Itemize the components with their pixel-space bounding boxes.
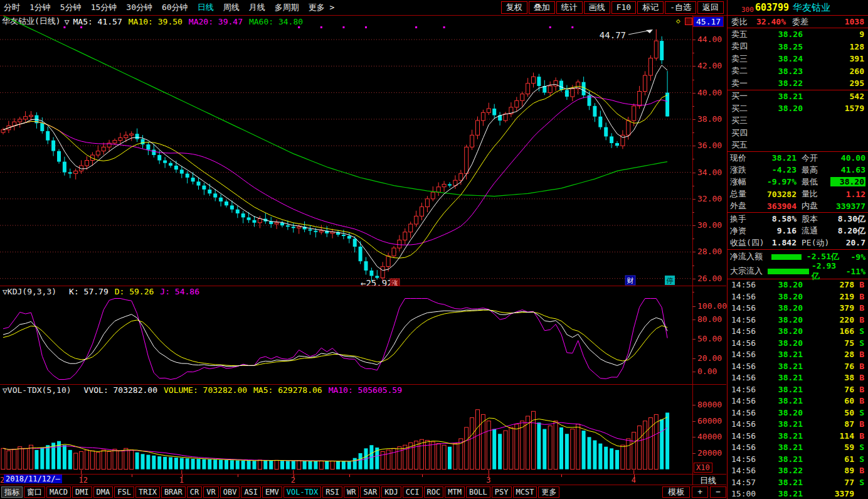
- period-tab-6[interactable]: 日线: [198, 2, 214, 13]
- indicator-tab-24[interactable]: 更多: [538, 486, 559, 498]
- indicator-tab-11[interactable]: ASI: [241, 486, 261, 498]
- price-tick-4: 36.00: [697, 141, 722, 150]
- bid-row-3[interactable]: 买四: [728, 127, 868, 139]
- tick-row-4: 14:5638.20166S: [728, 326, 868, 338]
- vol-values: VVOL: 703282.00VOLUME: 703282.00MA5: 629…: [78, 385, 408, 395]
- period-tab-7[interactable]: 周线: [223, 2, 240, 13]
- bid-row-0[interactable]: 买一38.21542: [728, 90, 868, 103]
- price-axis-max: 45.17: [693, 16, 724, 27]
- tick-row-14: 14:5638.2159S: [728, 442, 868, 454]
- period-tab-4[interactable]: 30分钟: [126, 2, 152, 13]
- bid-row-4[interactable]: 买五: [728, 139, 868, 152]
- info-row-6: 净资9.16流通8.20亿: [728, 225, 868, 237]
- indicator-tab-19[interactable]: ROC: [424, 486, 444, 498]
- toolbar-button-0[interactable]: 复权: [501, 1, 527, 14]
- indicator-tab-18[interactable]: CCI: [403, 486, 423, 498]
- ask-row-0[interactable]: 卖五38.269: [728, 28, 868, 41]
- tick-row-15: 14:5638.2161S: [728, 453, 868, 465]
- ask-row-3[interactable]: 卖二38.23260: [728, 65, 868, 78]
- indicator-tab-7[interactable]: BRAR: [161, 486, 186, 498]
- toolbar-button-1[interactable]: 叠加: [529, 1, 555, 14]
- kdj-label[interactable]: ▽KDJ(9,3,3): [3, 287, 56, 296]
- toolbar-button-6[interactable]: -自选: [665, 1, 696, 14]
- indicator-tab-6[interactable]: TRIX: [135, 486, 160, 498]
- indicator-tab-1[interactable]: 窗口: [24, 486, 45, 498]
- zoom-in-button[interactable]: +: [692, 486, 708, 498]
- vol-tick-0: 80000: [697, 400, 722, 409]
- kdj-header: ▽KDJ(9,3,3) K: 57.79D: 59.26J: 54.86: [3, 287, 212, 296]
- period-tab-3[interactable]: 15分钟: [91, 2, 117, 13]
- tick-row-13: 14:5638.21114B: [728, 430, 868, 442]
- indicator-tab-2[interactable]: MACD: [46, 486, 71, 498]
- period-tab-1[interactable]: 1分钟: [29, 2, 51, 13]
- tick-row-11: 14:5638.2050S: [728, 407, 868, 419]
- price-tick-9: 26.00: [697, 274, 722, 283]
- volume-bars: [1, 410, 669, 469]
- vol-label[interactable]: ▽VOL-TDX(5,10): [3, 385, 71, 395]
- indicator-tab-17[interactable]: KDJ: [381, 486, 401, 498]
- price-tick-3: 38.00: [697, 114, 722, 124]
- kdj-value-0: K: 57.79: [69, 287, 109, 296]
- vol-value-1: VOLUME: 703282.00: [164, 385, 247, 395]
- info-row-7: 收益(四)1.842PE(动)20.7: [728, 237, 868, 249]
- indicator-tab-22[interactable]: PSY: [492, 486, 512, 498]
- top-toolbar: 分时1分钟5分钟15分钟30分钟60分钟日线周线月线多周期更多 >复权叠加统计画…: [0, 0, 726, 15]
- price-tick-7: 30.00: [697, 220, 722, 230]
- tick-row-17: 14:5738.2177S: [728, 476, 868, 488]
- month-label-0: 12: [79, 476, 88, 485]
- template-button[interactable]: 模板: [662, 486, 690, 498]
- stock-name[interactable]: 华友钴业: [793, 2, 830, 14]
- toolbar-button-4[interactable]: F10: [611, 1, 636, 14]
- ask-row-2[interactable]: 卖三38.24391: [728, 53, 868, 65]
- period-tab-10[interactable]: 更多 >: [309, 2, 335, 13]
- weibi-label: 委比: [731, 16, 748, 28]
- period-tab-8[interactable]: 月线: [249, 2, 265, 13]
- tick-row-8: 14:5638.2138B: [728, 372, 868, 384]
- svg-text:涨: 涨: [391, 279, 398, 286]
- info-row-1: 涨跌-4.23最高41.63: [728, 164, 868, 176]
- period-tab-0[interactable]: 分时: [4, 2, 20, 13]
- indicator-tab-4[interactable]: DMA: [93, 486, 114, 498]
- ask-row-4[interactable]: 卖一38.22295: [728, 77, 868, 90]
- indicator-tab-20[interactable]: MTM: [445, 486, 465, 498]
- period-tab-9[interactable]: 多周期: [275, 2, 299, 13]
- ask-row-1[interactable]: 卖四38.25128: [728, 41, 868, 53]
- indicator-tab-5[interactable]: FSL: [114, 486, 134, 498]
- kdj-tick-1: 80.00: [697, 314, 722, 324]
- indicator-tab-0[interactable]: 指标: [1, 486, 23, 498]
- d-line: [3, 310, 667, 366]
- tick-row-1: 14:5638.20219B: [728, 291, 868, 303]
- indicator-tab-14[interactable]: RSI: [322, 486, 342, 498]
- indicator-tab-16[interactable]: SAR: [360, 486, 380, 498]
- toolbar-button-2[interactable]: 统计: [556, 1, 583, 14]
- indicator-toolbar: 指标窗口MACDDMIDMAFSLTRIXBRARCRVROBVASIEMVVO…: [0, 485, 726, 499]
- vol-header: ▽VOL-TDX(5,10) VVOL: 703282.00VOLUME: 70…: [3, 385, 415, 395]
- bid-row-2[interactable]: 买三: [728, 115, 868, 127]
- indicator-tab-23[interactable]: MCST: [513, 486, 537, 498]
- period-tab-2[interactable]: 5分钟: [60, 2, 82, 13]
- bid-row-1[interactable]: 买二38.201579: [728, 102, 868, 115]
- indicator-tab-9[interactable]: VR: [203, 486, 218, 498]
- info-row-0: 现价38.21今开40.00: [728, 152, 868, 164]
- vol-value-2: MA5: 629278.06: [253, 385, 322, 395]
- tick-row-16: 14:5638.2289B: [728, 465, 868, 477]
- toolbar-button-7[interactable]: 返回: [697, 1, 724, 14]
- weicha-label: 委差: [792, 16, 808, 28]
- indicator-tab-21[interactable]: BOLL: [466, 486, 490, 498]
- period-tab-5[interactable]: 60分钟: [162, 2, 188, 13]
- month-label-2: 2: [291, 476, 295, 485]
- indicator-tab-15[interactable]: WR: [344, 486, 359, 498]
- month-label-4: 4: [632, 476, 636, 485]
- zoom-out-button[interactable]: −: [710, 486, 726, 498]
- indicator-tab-10[interactable]: OBV: [220, 486, 240, 498]
- indicator-tab-13[interactable]: VOL-TDX: [283, 486, 322, 498]
- indicator-tab-8[interactable]: CR: [187, 486, 202, 498]
- kdj-tick-2: 50.00: [697, 334, 722, 343]
- toolbar-button-5[interactable]: 标记: [637, 1, 664, 14]
- indicator-tab-12[interactable]: EMV: [262, 486, 282, 498]
- toolbar-button-3[interactable]: 画线: [584, 1, 610, 14]
- tick-list: 14:5638.20278B14:5638.20219B14:5638.2037…: [728, 279, 868, 499]
- stock-code[interactable]: 603799: [755, 2, 789, 13]
- date-range-indicator[interactable]: 2018/11/12/—: [4, 475, 62, 483]
- indicator-tab-3[interactable]: DMI: [72, 486, 92, 498]
